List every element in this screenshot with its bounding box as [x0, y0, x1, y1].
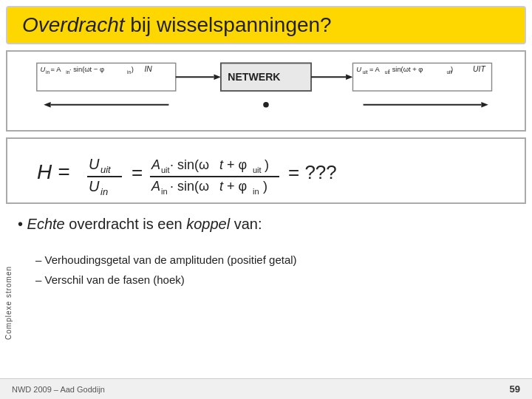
sub-bullet-2: – Verschil van de fasen (hoek) — [35, 272, 514, 289]
svg-text:U: U — [89, 156, 100, 172]
svg-text:in: in — [46, 69, 50, 75]
svg-text:+ φ: + φ — [227, 157, 247, 172]
svg-text:in: in — [161, 187, 168, 196]
svg-text:=: = — [132, 161, 143, 183]
svg-text:+ φ: + φ — [227, 179, 247, 194]
svg-text:t: t — [219, 157, 224, 172]
footer: NWD 2009 – Aad Goddijn 59 — [0, 378, 532, 399]
sub-bullets: – Verhoudingsgetal van de amplituden (po… — [6, 248, 526, 296]
left-sidebar: Complexe stromen — [0, 229, 16, 377]
transfer-formula: H = U uit U in = A uit · sin(ω t + φ uit… — [22, 143, 510, 199]
svg-text:A: A — [151, 179, 160, 194]
bullet-section: • Echte overdracht is een koppel van: — [6, 210, 526, 242]
svg-text:H =: H = — [37, 160, 69, 183]
svg-text:· sin(ω: · sin(ω — [170, 179, 209, 194]
title-bar: Overdracht bij wisselspanningen? — [6, 6, 526, 44]
formula-area: H = U uit U in = A uit · sin(ω t + φ uit… — [6, 137, 526, 204]
svg-text:uit: uit — [161, 166, 170, 174]
svg-text:in: in — [253, 187, 259, 196]
footer-credit: NWD 2009 – Aad Goddijn — [12, 385, 105, 394]
svg-text:U: U — [41, 65, 46, 73]
svg-marker-10 — [214, 74, 221, 80]
sidebar-label: Complexe stromen — [4, 266, 13, 340]
svg-text:in: in — [127, 69, 131, 75]
slide-title: Overdracht bij wisselspanningen? — [22, 13, 510, 37]
svg-text:): ) — [265, 157, 269, 172]
svg-text:): ) — [132, 65, 134, 73]
sub-bullet-1: – Verhoudingsgetal van de amplituden (po… — [35, 252, 514, 269]
svg-text:· sin(ω: · sin(ω — [170, 157, 209, 172]
slide: Overdracht bij wisselspanningen? U in = … — [0, 0, 532, 399]
svg-text:t: t — [219, 179, 224, 194]
svg-point-26 — [263, 102, 269, 108]
svg-text:= A: = A — [369, 65, 381, 73]
svg-text:= A: = A — [51, 65, 62, 73]
svg-text:uit: uit — [363, 69, 368, 75]
svg-marker-14 — [346, 74, 352, 80]
svg-text:IN: IN — [145, 65, 153, 73]
svg-marker-25 — [44, 102, 50, 108]
bullet-item: • Echte overdracht is een koppel van: — [18, 216, 514, 233]
svg-text:· sin(ωt + φ: · sin(ωt + φ — [388, 65, 423, 73]
diagram-area: U in = A in · sin(ωt − φ in ) IN NETWERK… — [6, 50, 526, 132]
svg-text:= ???: = ??? — [288, 161, 337, 183]
svg-text:A: A — [151, 157, 160, 172]
svg-text:UIT: UIT — [473, 65, 485, 73]
svg-text:uit: uit — [253, 166, 262, 174]
svg-text:U: U — [356, 65, 361, 73]
svg-text:· sin(ωt − φ: · sin(ωt − φ — [69, 65, 104, 73]
svg-text:): ) — [263, 179, 267, 194]
svg-text:uit: uit — [100, 164, 112, 175]
svg-text:): ) — [451, 65, 453, 73]
svg-marker-28 — [481, 102, 488, 108]
svg-text:NETWERK: NETWERK — [228, 71, 281, 83]
svg-text:U: U — [89, 178, 100, 194]
footer-page-number: 59 — [510, 383, 520, 395]
network-diagram: U in = A in · sin(ωt − φ in ) IN NETWERK… — [15, 56, 517, 126]
svg-text:in: in — [100, 186, 108, 197]
